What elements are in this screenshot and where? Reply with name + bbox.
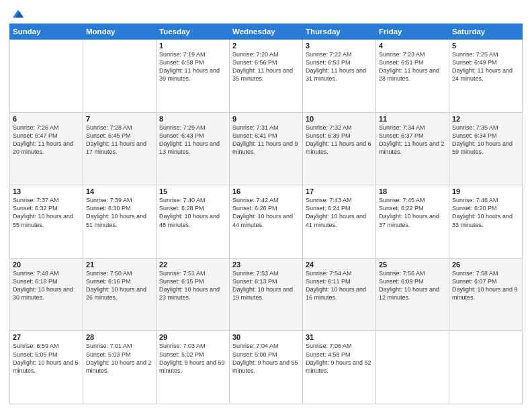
day-cell: 27Sunrise: 6:59 AM Sunset: 5:05 PM Dayli… <box>10 331 83 404</box>
day-cell: 22Sunrise: 7:51 AM Sunset: 6:15 PM Dayli… <box>157 258 230 331</box>
day-info: Sunrise: 7:20 AM Sunset: 6:56 PM Dayligh… <box>232 50 300 83</box>
day-number: 7 <box>86 115 153 123</box>
day-cell: 20Sunrise: 7:48 AM Sunset: 6:18 PM Dayli… <box>10 258 83 331</box>
day-number: 6 <box>13 115 80 123</box>
day-cell <box>449 331 523 404</box>
col-header-saturday: Saturday <box>449 24 523 40</box>
day-number: 22 <box>159 261 226 269</box>
day-cell: 6Sunrise: 7:26 AM Sunset: 6:47 PM Daylig… <box>10 112 83 185</box>
day-info: Sunrise: 7:03 AM Sunset: 5:02 PM Dayligh… <box>159 342 226 375</box>
day-cell: 25Sunrise: 7:56 AM Sunset: 6:09 PM Dayli… <box>376 258 449 331</box>
day-number: 1 <box>159 42 226 50</box>
day-cell: 17Sunrise: 7:43 AM Sunset: 6:24 PM Dayli… <box>303 185 376 259</box>
day-number: 15 <box>159 187 226 195</box>
logo <box>9 9 26 19</box>
day-number: 3 <box>306 42 373 50</box>
day-cell: 19Sunrise: 7:46 AM Sunset: 6:20 PM Dayli… <box>449 185 523 259</box>
day-number: 4 <box>379 42 446 50</box>
col-header-sunday: Sunday <box>10 24 83 40</box>
day-info: Sunrise: 7:23 AM Sunset: 6:51 PM Dayligh… <box>379 50 446 83</box>
day-info: Sunrise: 7:54 AM Sunset: 6:11 PM Dayligh… <box>306 269 373 302</box>
day-cell <box>376 331 449 404</box>
day-number: 11 <box>379 115 446 123</box>
day-number: 17 <box>306 187 373 195</box>
day-info: Sunrise: 7:58 AM Sunset: 6:07 PM Dayligh… <box>452 269 519 302</box>
col-header-monday: Monday <box>83 24 157 40</box>
day-number: 14 <box>86 187 153 195</box>
day-info: Sunrise: 7:34 AM Sunset: 6:37 PM Dayligh… <box>379 124 446 156</box>
col-header-tuesday: Tuesday <box>157 24 230 40</box>
day-info: Sunrise: 6:59 AM Sunset: 5:05 PM Dayligh… <box>13 342 80 375</box>
day-cell: 9Sunrise: 7:31 AM Sunset: 6:41 PM Daylig… <box>230 112 303 185</box>
day-info: Sunrise: 7:48 AM Sunset: 6:18 PM Dayligh… <box>13 269 80 302</box>
day-info: Sunrise: 7:22 AM Sunset: 6:53 PM Dayligh… <box>306 50 373 83</box>
day-info: Sunrise: 7:26 AM Sunset: 6:47 PM Dayligh… <box>13 124 80 156</box>
day-cell: 29Sunrise: 7:03 AM Sunset: 5:02 PM Dayli… <box>157 331 230 404</box>
day-cell: 15Sunrise: 7:40 AM Sunset: 6:28 PM Dayli… <box>157 185 230 259</box>
day-info: Sunrise: 7:37 AM Sunset: 6:32 PM Dayligh… <box>13 196 80 229</box>
header <box>9 7 523 19</box>
week-row-1: 1Sunrise: 7:19 AM Sunset: 6:58 PM Daylig… <box>10 40 523 113</box>
day-number: 16 <box>232 187 300 195</box>
day-number: 19 <box>452 187 519 195</box>
day-number: 24 <box>306 261 373 269</box>
day-cell: 2Sunrise: 7:20 AM Sunset: 6:56 PM Daylig… <box>230 40 303 113</box>
day-cell: 31Sunrise: 7:06 AM Sunset: 4:58 PM Dayli… <box>303 331 376 404</box>
day-number: 31 <box>306 333 373 341</box>
day-number: 2 <box>232 42 300 50</box>
day-info: Sunrise: 7:01 AM Sunset: 5:03 PM Dayligh… <box>86 342 153 375</box>
page: SundayMondayTuesdayWednesdayThursdayFrid… <box>0 0 532 411</box>
day-cell: 21Sunrise: 7:50 AM Sunset: 6:16 PM Dayli… <box>83 258 157 331</box>
day-info: Sunrise: 7:28 AM Sunset: 6:45 PM Dayligh… <box>86 124 153 156</box>
day-cell: 3Sunrise: 7:22 AM Sunset: 6:53 PM Daylig… <box>303 40 376 113</box>
day-info: Sunrise: 7:42 AM Sunset: 6:26 PM Dayligh… <box>232 196 300 229</box>
day-cell: 5Sunrise: 7:25 AM Sunset: 6:49 PM Daylig… <box>449 40 523 113</box>
day-number: 13 <box>13 187 80 195</box>
day-info: Sunrise: 7:19 AM Sunset: 6:58 PM Dayligh… <box>159 50 226 83</box>
week-row-5: 27Sunrise: 6:59 AM Sunset: 5:05 PM Dayli… <box>10 331 523 404</box>
day-number: 8 <box>159 115 226 123</box>
day-info: Sunrise: 7:31 AM Sunset: 6:41 PM Dayligh… <box>232 124 300 156</box>
day-info: Sunrise: 7:29 AM Sunset: 6:43 PM Dayligh… <box>159 124 226 156</box>
day-number: 25 <box>379 261 446 269</box>
day-cell: 18Sunrise: 7:45 AM Sunset: 6:22 PM Dayli… <box>376 185 449 259</box>
day-cell: 12Sunrise: 7:35 AM Sunset: 6:34 PM Dayli… <box>449 112 523 185</box>
day-cell: 28Sunrise: 7:01 AM Sunset: 5:03 PM Dayli… <box>83 331 157 404</box>
day-number: 23 <box>232 261 300 269</box>
col-header-friday: Friday <box>376 24 449 40</box>
day-info: Sunrise: 7:43 AM Sunset: 6:24 PM Dayligh… <box>306 196 373 229</box>
day-number: 10 <box>306 115 373 123</box>
week-row-3: 13Sunrise: 7:37 AM Sunset: 6:32 PM Dayli… <box>10 185 523 259</box>
day-number: 30 <box>232 333 300 341</box>
day-info: Sunrise: 7:53 AM Sunset: 6:13 PM Dayligh… <box>232 269 300 302</box>
week-row-4: 20Sunrise: 7:48 AM Sunset: 6:18 PM Dayli… <box>10 258 523 331</box>
day-cell: 4Sunrise: 7:23 AM Sunset: 6:51 PM Daylig… <box>376 40 449 113</box>
day-cell: 30Sunrise: 7:04 AM Sunset: 5:00 PM Dayli… <box>230 331 303 404</box>
day-info: Sunrise: 7:35 AM Sunset: 6:34 PM Dayligh… <box>452 124 519 156</box>
col-header-thursday: Thursday <box>303 24 376 40</box>
day-info: Sunrise: 7:39 AM Sunset: 6:30 PM Dayligh… <box>86 196 153 229</box>
day-cell: 8Sunrise: 7:29 AM Sunset: 6:43 PM Daylig… <box>157 112 230 185</box>
day-cell: 11Sunrise: 7:34 AM Sunset: 6:37 PM Dayli… <box>376 112 449 185</box>
day-number: 29 <box>159 333 226 341</box>
day-number: 20 <box>13 261 80 269</box>
day-info: Sunrise: 7:46 AM Sunset: 6:20 PM Dayligh… <box>452 196 519 229</box>
day-info: Sunrise: 7:06 AM Sunset: 4:58 PM Dayligh… <box>306 342 373 375</box>
day-number: 21 <box>86 261 153 269</box>
day-cell: 16Sunrise: 7:42 AM Sunset: 6:26 PM Dayli… <box>230 185 303 259</box>
day-cell <box>83 40 157 113</box>
day-cell: 24Sunrise: 7:54 AM Sunset: 6:11 PM Dayli… <box>303 258 376 331</box>
day-info: Sunrise: 7:45 AM Sunset: 6:22 PM Dayligh… <box>379 196 446 229</box>
logo-icon <box>11 7 26 21</box>
day-cell: 23Sunrise: 7:53 AM Sunset: 6:13 PM Dayli… <box>230 258 303 331</box>
week-row-2: 6Sunrise: 7:26 AM Sunset: 6:47 PM Daylig… <box>10 112 523 185</box>
day-cell <box>10 40 83 113</box>
day-info: Sunrise: 7:51 AM Sunset: 6:15 PM Dayligh… <box>159 269 226 302</box>
day-info: Sunrise: 7:25 AM Sunset: 6:49 PM Dayligh… <box>452 50 519 83</box>
day-number: 27 <box>13 333 80 341</box>
day-info: Sunrise: 7:56 AM Sunset: 6:09 PM Dayligh… <box>379 269 446 302</box>
day-cell: 13Sunrise: 7:37 AM Sunset: 6:32 PM Dayli… <box>10 185 83 259</box>
day-number: 5 <box>452 42 519 50</box>
day-info: Sunrise: 7:04 AM Sunset: 5:00 PM Dayligh… <box>232 342 300 375</box>
header-row: SundayMondayTuesdayWednesdayThursdayFrid… <box>10 24 523 40</box>
